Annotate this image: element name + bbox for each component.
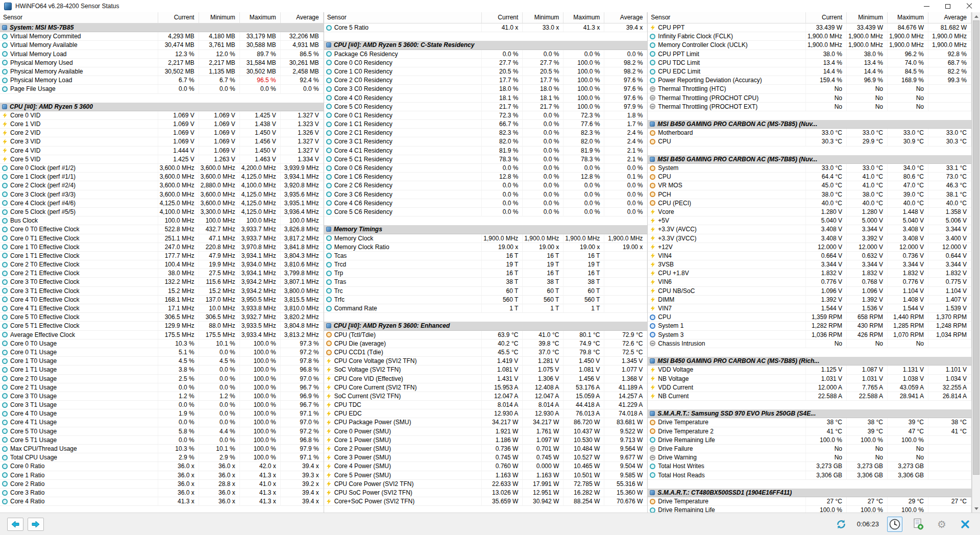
sensor-row[interactable]: CPU (Tctl/Tdie)63.9 °C41.0 °C80.1 °C72.9… <box>324 331 648 339</box>
column-header-minimum[interactable]: Minimum <box>847 12 888 23</box>
sensor-row[interactable]: Drive Temperature27 °C27 °C29 °C27 °C <box>648 497 971 506</box>
sensor-row[interactable]: NB Current22.588 A22.588 A28.941 A26.814… <box>648 392 971 401</box>
sensor-row[interactable]: CPU Core Power (SVI2 TFN)22.633 W17.991 … <box>324 480 648 489</box>
scroll-down-icon[interactable] <box>972 504 980 513</box>
reset-values-button[interactable] <box>834 517 849 532</box>
section-header-row[interactable]: CPU [#0]: AMD Ryzen 5 3600: Enhanced <box>324 322 648 330</box>
sensor-row[interactable]: Core 5 T0 Effective Clock306.5 MHz306.5 … <box>0 313 324 322</box>
sensor-row[interactable]: VDD Voltage1.125 V1.087 V1.131 V1.101 V <box>648 366 971 374</box>
sensor-row[interactable]: Core 5 T0 Usage5.8 %4.4 %100.0 %97.2 % <box>0 427 324 436</box>
sensor-row[interactable]: Drive WarningNoNoNo <box>648 453 971 462</box>
sensor-row[interactable]: Power Reporting Deviation (Accuracy)159.… <box>648 76 971 85</box>
sensor-row[interactable]: Bus Clock100.0 MHz100.0 MHz100.0 MHz100.… <box>0 216 324 225</box>
sensor-row[interactable]: Core 0 C1 Residency72.3 %0.0 %72.3 %1.8 … <box>324 111 648 120</box>
column-header-minimum[interactable]: Minimum <box>523 12 564 23</box>
sensor-row[interactable]: VIN40.664 V0.632 V0.736 V0.644 V <box>648 252 971 260</box>
sensor-row[interactable]: Core 0 C0 Residency27.7 %27.7 %100.0 %98… <box>324 59 648 67</box>
sensor-row[interactable]: Drive Remaining Life100.0 %100.0 %100.0 … <box>648 506 971 513</box>
sensor-row[interactable]: Core 5 C6 Residency0.0 %0.0 %0.0 %0.0 % <box>324 208 648 216</box>
sensor-row[interactable]: Memory Controller Clock (UCLK)1,900.0 MH… <box>648 41 971 50</box>
column-header-maximum[interactable]: Maximum <box>240 12 281 23</box>
sensor-row[interactable]: Memory Clock1,900.0 MHz1,900.0 MHz1,900.… <box>324 234 648 243</box>
sensor-row[interactable]: CPU TDC Limit13.4 %13.4 %74.0 %68.7 % <box>648 59 971 67</box>
section-header-row[interactable]: System: MSI MS-7B85 <box>0 23 324 32</box>
sensor-row[interactable]: Total Host Writes3,273 GB3,273 GB3,273 G… <box>648 462 971 471</box>
sensor-row[interactable]: Core 2 T1 Usage0.0 %0.0 %100.0 %96.7 % <box>0 383 324 392</box>
sensor-row[interactable]: Virtual Memory Commited4,293 MB4,180 MB3… <box>0 32 324 41</box>
sensor-row[interactable]: Average Effective Clock175.5 MHz175.5 MH… <box>0 331 324 339</box>
sensor-row[interactable]: Core 2 C0 Residency17.7 %17.7 %100.0 %97… <box>324 76 648 85</box>
sensor-row[interactable]: Command Rate1 T1 T1 T <box>324 304 648 313</box>
sensor-row[interactable]: PCH38.0 °C38.0 °C39.0 °C38.1 °C <box>648 190 971 199</box>
sensor-row[interactable]: Core 2 Clock (perf #2/4)3,600.0 MHz2,880… <box>0 181 324 190</box>
sensor-row[interactable]: NB Voltage1.031 V1.031 V1.038 V1.034 V <box>648 375 971 383</box>
column-header-average[interactable]: Average <box>281 12 324 23</box>
sensor-row[interactable]: Core 2 T0 Effective Clock100.4 MHz19.9 M… <box>0 260 324 269</box>
sensor-row[interactable]: Tras38 T38 T38 T <box>324 278 648 286</box>
sensor-row[interactable]: Core 2 C1 Residency82.3 %0.0 %82.3 %2.4 … <box>324 129 648 137</box>
column-header-current[interactable]: Current <box>806 12 847 23</box>
sensor-row[interactable]: Core 4 T0 Effective Clock168.1 MHz137.0 … <box>0 296 324 304</box>
maximize-button[interactable] <box>937 0 959 12</box>
sensor-row[interactable]: Core 0 T0 Usage10.3 %10.1 %100.0 %97.3 % <box>0 339 324 348</box>
sensor-row[interactable]: Drive Temperature 241 °C39 °C47 °C41 °C <box>648 427 971 436</box>
sensor-row[interactable]: CPU Core Voltage (SVI2 TFN)1.419 V1.281 … <box>324 357 648 366</box>
sensor-row[interactable]: CPU +1.8V1.832 V1.832 V1.832 V1.832 V <box>648 269 971 278</box>
sensor-row[interactable]: Max CPU/Thread Usage10.3 %10.1 %100.0 %9… <box>0 445 324 453</box>
sensor-row[interactable]: System33.0 °C33.0 °C34.0 °C33.1 °C <box>648 164 971 173</box>
scroll-up-icon[interactable] <box>972 12 980 20</box>
sensor-row[interactable]: Package C6 Residency0.0 %0.0 %0.0 %0.0 % <box>324 50 648 59</box>
sensor-row[interactable]: Drive FailureNoNoNo <box>648 445 971 453</box>
sensor-row[interactable]: Trfc560 T560 T560 T <box>324 296 648 304</box>
sensor-row[interactable]: VR MOS45.0 °C41.0 °C47.0 °C46.3 °C <box>648 181 971 190</box>
sensor-row[interactable]: Core 5 T1 Usage0.0 %0.0 %100.0 %96.8 % <box>0 436 324 445</box>
sensor-row[interactable]: SoC Voltage (SVI2 TFN)1.081 V1.075 V1.08… <box>324 366 648 374</box>
sensor-row[interactable]: Core 4 T0 Usage1.9 %0.0 %100.0 %97.1 % <box>0 409 324 418</box>
sensor-row[interactable]: Core 0 T0 Effective Clock522.8 MHz432.7 … <box>0 225 324 234</box>
sensor-row[interactable]: Core 5 Ratio41.0 x33.0 x41.3 x39.4 x <box>324 23 648 32</box>
column-header-sensor[interactable]: Sensor <box>0 12 158 23</box>
sensor-row[interactable]: Core 1 T1 Effective Clock177.7 MHz47.9 M… <box>0 252 324 260</box>
sensor-row[interactable]: CPU (PECI)40.0 °C40.0 °C40.0 °C40.0 °C <box>648 199 971 208</box>
logging-button[interactable] <box>911 517 926 532</box>
sensor-row[interactable]: Core 3 C6 Residency0.0 %0.0 %0.0 %0.0 % <box>324 190 648 199</box>
sensor-row[interactable]: CPU SoC Power (SVI2 TFN)13.026 W12.951 W… <box>324 489 648 497</box>
sensor-row[interactable]: Core 3 T1 Usage0.0 %0.0 %100.0 %96.7 % <box>0 401 324 409</box>
sensor-row[interactable]: DIMM1.392 V1.392 V1.408 V1.407 V <box>648 296 971 304</box>
sensor-row[interactable]: +5V5.040 V5.000 V5.040 V5.006 V <box>648 216 971 225</box>
settings-button[interactable]: ⚙ <box>934 517 949 532</box>
sensor-row[interactable]: Core 0 C6 Residency0.0 %0.0 %0.0 %0.0 % <box>324 164 648 173</box>
sensor-row[interactable]: Physical Memory Available30,502 MB1,135 … <box>0 67 324 76</box>
sensor-row[interactable]: Tcas16 T16 T16 T <box>324 252 648 260</box>
vertical-scrollbar[interactable] <box>972 12 980 513</box>
column-header-average[interactable]: Average <box>604 12 647 23</box>
column-header-minimum[interactable]: Minimum <box>199 12 240 23</box>
sensor-row[interactable]: System 11,282 RPM430 RPM1,285 RPM1,248 R… <box>648 322 971 330</box>
section-header-row[interactable]: MSI B450 GAMING PRO CARBON AC (MS-7B85) … <box>648 155 971 164</box>
sensor-row[interactable]: Trc60 T60 T60 T <box>324 287 648 296</box>
sensor-row[interactable]: CPU CCD1 (Tdie)45.5 °C37.0 °C79.8 °C72.5… <box>324 348 648 357</box>
sensor-row[interactable]: Core+SoC Power (SVI2 TFN)35.659 W30.942 … <box>324 497 648 506</box>
sensor-row[interactable]: Core 3 T1 Effective Clock15.2 MHz15.2 MH… <box>0 287 324 296</box>
sensor-row[interactable]: Core 5 T1 Effective Clock129.9 MHz88.0 M… <box>0 322 324 330</box>
sensor-row[interactable]: +3.3V (3VCC)3.408 V3.392 V3.408 V3.400 V <box>648 234 971 243</box>
sensor-row[interactable]: SoC Current (SVI2 TFN)12.047 A12.047 A15… <box>324 392 648 401</box>
sensor-row[interactable]: Core 2 VID1.069 V1.069 V1.450 V1.326 V <box>0 129 324 137</box>
sensor-row[interactable]: VIN71.544 V1.536 V1.544 V1.539 V <box>648 304 971 313</box>
sensor-row[interactable]: Core 1 Ratio36.0 x36.0 x41.3 x39.3 x <box>0 471 324 480</box>
sensor-row[interactable]: +12V12.000 V12.000 V12.000 V12.000 V <box>648 243 971 252</box>
sensor-row[interactable]: Core 4 Ratio41.3 x36.0 x41.3 x39.4 x <box>0 497 324 506</box>
scrollbar-thumb[interactable] <box>973 20 979 475</box>
sensor-row[interactable]: Core 1 C6 Residency12.8 %0.0 %12.8 %0.1 … <box>324 173 648 181</box>
sensor-row[interactable]: Virtual Memory Load12.3 %12.0 %89.7 %86.… <box>0 50 324 59</box>
sensor-row[interactable]: Chassis IntrusionNoNoNo <box>648 339 971 348</box>
sensor-row[interactable]: Core 4 C6 Residency0.0 %0.0 %0.0 %0.0 % <box>324 199 648 208</box>
close-sensors-button[interactable] <box>958 517 973 532</box>
sensor-row[interactable]: CPU64.4 °C41.0 °C80.6 °C73.0 °C <box>648 173 971 181</box>
sensor-row[interactable]: Core 5 VID1.425 V1.263 V1.463 V1.334 V <box>0 155 324 164</box>
sensor-row[interactable]: Core 0 T1 Usage5.1 %0.0 %100.0 %97.2 % <box>0 348 324 357</box>
sensor-row[interactable]: Thermal Throttling (PROCHOT EXT)NoNoNo <box>648 103 971 111</box>
sensor-row[interactable]: Core 0 Ratio36.0 x36.0 x42.0 x39.4 x <box>0 462 324 471</box>
sensor-row[interactable]: Core 4 VID1.444 V1.069 V1.450 V1.327 V <box>0 147 324 155</box>
sensor-row[interactable]: CPU EDC Limit14.4 %14.4 %84.5 %82.2 % <box>648 67 971 76</box>
